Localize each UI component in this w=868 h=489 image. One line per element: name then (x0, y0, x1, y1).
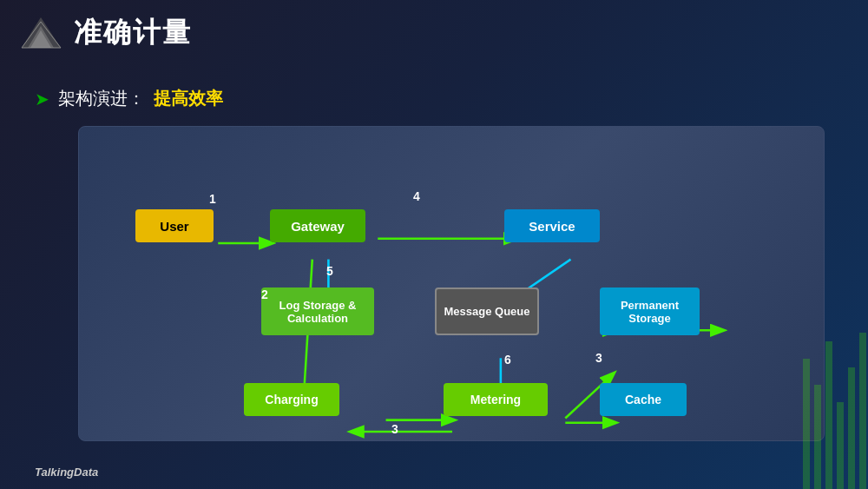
svg-rect-20 (848, 367, 855, 489)
label-6: 6 (504, 353, 511, 367)
node-log-storage: Log Storage & Calculation (261, 287, 374, 335)
node-permanent-storage: Permanent Storage (600, 287, 700, 335)
svg-rect-21 (859, 333, 866, 489)
label-5: 5 (326, 264, 333, 278)
node-metering: Metering (444, 383, 548, 416)
svg-rect-16 (803, 359, 810, 489)
svg-rect-17 (814, 385, 821, 489)
node-charging: Charging (244, 383, 339, 416)
header: 准确计量 (17, 13, 192, 52)
label-3a: 3 (391, 422, 398, 436)
footer-brand: TalkingData (35, 466, 98, 479)
subtitle-prefix: ➤ (35, 89, 49, 109)
svg-rect-19 (837, 402, 844, 489)
label-1: 1 (209, 192, 216, 206)
subtitle: ➤ 架构演进： 提高效率 (35, 87, 223, 110)
subtitle-highlight: 提高效率 (154, 87, 223, 110)
node-gateway: Gateway (270, 209, 365, 242)
bg-decoration (799, 315, 868, 489)
diagram-area: User Gateway Service Log Storage & Calcu… (78, 126, 825, 441)
node-user: User (135, 209, 214, 242)
node-cache: Cache (600, 383, 687, 416)
subtitle-text: 架构演进： (58, 87, 145, 110)
page-title: 准确计量 (74, 14, 192, 52)
node-message-queue: Message Queue (435, 287, 539, 335)
logo-icon (17, 13, 65, 52)
label-3b: 3 (595, 351, 602, 365)
node-service: Service (504, 209, 600, 242)
svg-rect-18 (825, 341, 832, 489)
label-4: 4 (413, 189, 420, 203)
label-2: 2 (261, 287, 268, 301)
